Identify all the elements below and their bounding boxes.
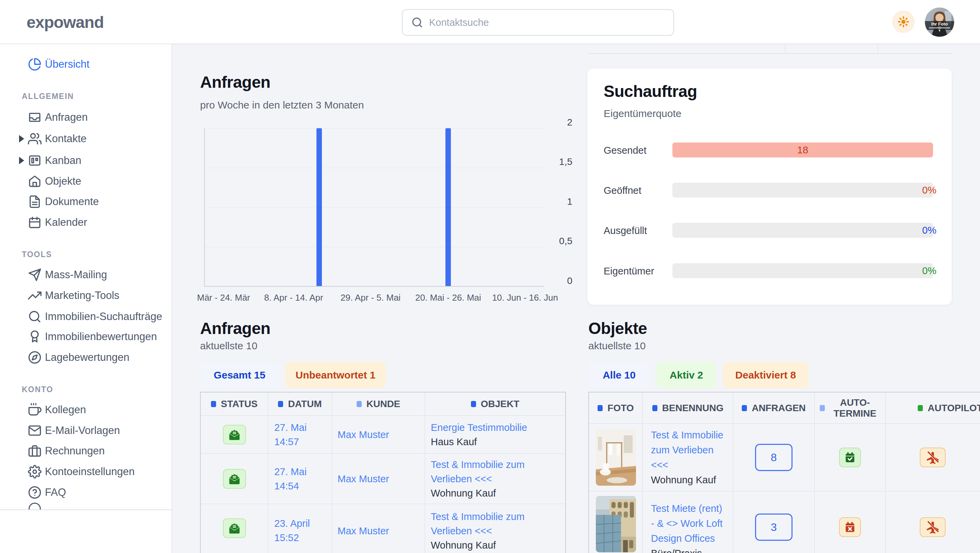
funnel-row-label: Gesendet: [604, 145, 646, 156]
objekte-table: FOTO BENENNUNG ANFRAGEN AUTO-TERMINE AUT…: [588, 392, 980, 553]
object-subtype: Wohnung Kauf: [431, 486, 560, 500]
app-logo: expowand: [27, 13, 104, 32]
funnel-bar-gesendet: 18: [672, 143, 933, 157]
customer-link[interactable]: Max Muster: [337, 472, 425, 486]
tab-deaktiviert[interactable]: Deaktiviert 8: [723, 362, 808, 388]
column-header-datum[interactable]: DATUM: [268, 393, 332, 416]
user-avatar[interactable]: Ihr Foto: [925, 8, 954, 37]
anfragen-table: STATUS DATUM KUNDE OBJEKT 27. Mai 14:57 …: [200, 392, 566, 553]
sidebar-item-lagebewertungen[interactable]: Lagebewertungen: [0, 348, 172, 367]
time-link[interactable]: 14:54: [274, 479, 332, 493]
gridline: [205, 128, 544, 129]
column-bullet-icon: [598, 405, 603, 411]
date-link[interactable]: 27. Mai: [274, 465, 332, 479]
sidebar-item-dokumente[interactable]: Dokumente: [0, 192, 172, 211]
search-input[interactable]: [429, 17, 665, 28]
anfragen-count-button[interactable]: 3: [755, 513, 792, 541]
theme-toggle-button[interactable]: [892, 11, 915, 33]
chart-bar: [317, 128, 322, 286]
document-icon: [28, 195, 41, 208]
cutoff-table-divider: [878, 44, 878, 53]
anfragen-count-button[interactable]: 8: [755, 444, 792, 471]
object-name-link[interactable]: Test & Immobilie zum Verlieben <<<: [651, 427, 724, 472]
column-header-kunde[interactable]: KUNDE: [332, 393, 425, 416]
column-bullet-icon: [742, 405, 747, 411]
funnel-row-label: Ausgefüllt: [604, 225, 647, 236]
plane-slash-icon[interactable]: [920, 448, 946, 467]
sidebar-item-kanban[interactable]: Kanban: [0, 151, 172, 170]
object-link[interactable]: Test & Immobilie zum Verlieben <<<: [431, 458, 560, 486]
avatar-label: Ihr Foto: [931, 21, 948, 27]
object-link[interactable]: Energie Testimmobilie: [431, 420, 560, 435]
foto-cell: [589, 491, 643, 553]
gridline: [205, 207, 544, 208]
date-link[interactable]: 27. Mai: [274, 420, 332, 435]
contact-search[interactable]: [402, 9, 674, 36]
object-photo-interior[interactable]: [596, 429, 636, 486]
sidebar-item-anfragen[interactable]: Anfragen: [0, 108, 172, 127]
cutoff-table-border: [587, 53, 953, 54]
briefcase-icon: [28, 444, 41, 458]
funnel-bar-value: 0%: [922, 223, 937, 238]
plane-slash-icon[interactable]: [920, 517, 946, 537]
envelope-open-check-icon: [223, 518, 246, 538]
tab-aktiv[interactable]: Aktiv 2: [656, 362, 716, 388]
sidebar-item-kollegen[interactable]: Kollegen: [0, 400, 172, 420]
column-header-auto-termine[interactable]: AUTO-TERMINE: [815, 393, 886, 424]
sidebar-item-email-vorlagen[interactable]: E-Mail-Vorlagen: [0, 421, 172, 440]
column-header-objekt[interactable]: OBJEKT: [425, 393, 565, 416]
sidebar-item-immobilienbewertungen[interactable]: Immobilienbewertungen: [0, 327, 172, 346]
chevron-right-icon[interactable]: [19, 135, 24, 143]
customer-link[interactable]: Max Muster: [337, 427, 425, 442]
sidebar-item-marketing-tools[interactable]: Marketing-Tools: [0, 286, 172, 305]
sidebar-item-faq[interactable]: FAQ: [0, 483, 172, 502]
sidebar-item-kontakte[interactable]: Kontakte: [0, 129, 172, 149]
object-name-link[interactable]: Test Miete (rent) - & <> Work Loft Desig…: [651, 501, 724, 546]
time-link[interactable]: 14:57: [274, 435, 332, 449]
date-link[interactable]: 23. April: [274, 516, 332, 531]
time-link[interactable]: 15:52: [274, 531, 332, 545]
sidebar-item-mass-mailing[interactable]: Mass-Mailing: [0, 265, 172, 284]
kunde-cell: Max Muster: [332, 454, 425, 504]
object-photo-building[interactable]: [596, 496, 636, 552]
objekte-section-subtitle: aktuellste 10: [588, 340, 646, 352]
column-bullet-icon: [356, 401, 362, 407]
suchauftrag-card: Suchauftrag Eigentümerquote Gesendet 18 …: [587, 68, 952, 305]
y-axis-tick: 1,5: [542, 156, 572, 167]
sidebar-item-rechnungen[interactable]: Rechnungen: [0, 441, 172, 461]
tab-unbeantwortet[interactable]: Unbeantwortet 1: [285, 362, 386, 388]
sidebar-item-objekte[interactable]: Objekte: [0, 172, 172, 191]
gear-icon: [28, 465, 41, 478]
column-bullet-icon: [652, 405, 657, 411]
calendar-x-icon[interactable]: [839, 517, 861, 537]
search-icon: [411, 17, 423, 28]
funnel-bar-eigentuemer: 0%: [672, 263, 933, 278]
sidebar-item-kontoeinstellungen[interactable]: Kontoeinstellungen: [0, 462, 172, 481]
object-link[interactable]: Test & Immobilie zum Verlieben <<<: [431, 510, 560, 538]
column-header-foto[interactable]: FOTO: [589, 393, 643, 424]
tab-gesamt[interactable]: Gesamt 15: [200, 362, 279, 388]
chevron-right-icon[interactable]: [19, 157, 24, 164]
column-header-status[interactable]: STATUS: [201, 393, 268, 416]
tab-alle[interactable]: Alle 10: [588, 362, 650, 388]
column-bullet-icon: [820, 405, 825, 411]
objekt-cell: Test & Immobilie zum Verlieben <<< Wohnu…: [425, 454, 565, 504]
sidebar-item-immobilien-suchauftraege[interactable]: Immobilien-Suchaufträge: [0, 307, 172, 326]
autopilot-cell: [886, 491, 980, 553]
mail-icon: [28, 424, 41, 437]
column-header-anfragen[interactable]: ANFRAGEN: [733, 393, 815, 424]
kunde-cell: Max Muster: [332, 416, 425, 454]
benennung-cell: Test & Immobilie zum Verlieben <<< Wohnu…: [643, 424, 733, 491]
status-cell: [201, 504, 268, 553]
funnel-bar-value: 0%: [922, 263, 937, 278]
y-axis-tick: 0,5: [542, 236, 572, 246]
column-header-benennung[interactable]: BENENNUNG: [643, 393, 733, 424]
sidebar-item-uebersicht[interactable]: Übersicht: [0, 54, 172, 74]
objekte-section-title: Objekte: [588, 319, 647, 338]
column-header-autopilot[interactable]: AUTOPILOT: [886, 393, 980, 424]
award-icon: [28, 330, 41, 343]
customer-link[interactable]: Max Muster: [337, 524, 425, 538]
calendar-check-icon[interactable]: [839, 448, 861, 467]
sidebar-item-kalender[interactable]: Kalender: [0, 213, 172, 232]
y-axis-tick: 2: [542, 117, 572, 128]
